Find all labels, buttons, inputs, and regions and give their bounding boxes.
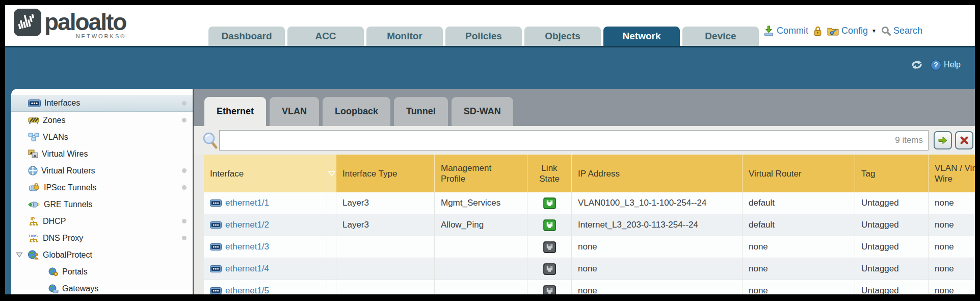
sidebar-item-label: GlobalProtect [43,250,92,260]
sidebar-item-vlans[interactable]: VLANs [11,129,193,145]
interface-link[interactable]: ethernet1/5 [225,286,269,294]
expander-triangle-icon[interactable] [16,252,23,258]
sidebar-item-portals[interactable]: Portals [11,263,193,280]
globalprotect-icon [28,250,39,260]
zones-icon [28,116,39,124]
interface-cell: ethernet1/4 [204,258,327,280]
sidebar-item-label: Portals [62,267,88,277]
item-dot [182,219,187,223]
sidebar-item-zones[interactable]: Zones [11,112,193,129]
red-x-icon [960,136,969,145]
link-state-cell [527,258,572,280]
green-arrow-icon [938,136,948,145]
sidebar-item-dns-proxy[interactable]: DNS DNS Proxy [11,230,193,246]
interface-type-cell: Layer3 [336,192,435,214]
sidebar-item-virtual-wires[interactable]: Virtual Wires [11,145,193,162]
gateways-icon [48,284,59,293]
interface-link[interactable]: ethernet1/1 [225,198,269,208]
interface-link[interactable]: ethernet1/3 [225,242,269,252]
sidebar-item-globalprotect[interactable]: GlobalProtect [11,246,193,263]
column-header-link-state[interactable]: Link State [527,155,572,192]
column-sort-dropdown[interactable] [327,155,336,192]
teal-status-band: ? Help [5,46,975,89]
column-header-ip-address[interactable]: IP Address [572,155,743,192]
search-button[interactable]: Search [881,26,922,36]
column-header-interface-type[interactable]: Interface Type [336,155,435,192]
management-profile-cell: Allow_Ping [435,214,527,236]
ip-address-cell: none [572,258,743,280]
ethernet-port-icon [210,221,222,229]
tab-ethernet[interactable]: Ethernet [204,97,266,126]
help-icon[interactable]: ? [931,60,941,70]
column-header-tag[interactable]: Tag [855,155,929,192]
table-header-row: Interface Interface Type Management Prof… [204,155,975,192]
logo-text-wrap: paloalto NETWORKS® [44,9,126,39]
management-profile-cell: Mgmt_Services [435,192,527,214]
interface-type-cell [336,236,435,258]
tab-sdwan[interactable]: SD-WAN [452,97,513,126]
vlan-wire-cell: none [929,236,975,258]
vlan-wire-cell: none [929,280,975,294]
tab-acc[interactable]: ACC [287,27,364,46]
refresh-icon[interactable] [910,59,924,71]
commit-button[interactable]: Commit [763,26,808,36]
tab-dashboard[interactable]: Dashboard [208,27,285,46]
apply-filter-button[interactable] [934,131,952,149]
spacer-cell [327,214,336,236]
interface-link[interactable]: ethernet1/2 [225,220,269,230]
interface-cell: ethernet1/2 [204,214,327,236]
sidebar-item-label: Virtual Routers [41,166,95,175]
sidebar-item-label: VLANs [43,133,68,142]
help-label[interactable]: Help [944,60,961,69]
tab-vlan[interactable]: VLAN [270,97,319,126]
sidebar-item-gre-tunnels[interactable]: GRE Tunnels [11,196,193,213]
link-state-up-icon [543,219,556,231]
item-dot [182,118,187,122]
clear-filter-button[interactable] [955,131,973,149]
utility-bar: Commit Config ▼ [763,22,922,39]
tab-loopback[interactable]: Loopback [323,97,390,126]
link-state-cell [527,236,572,258]
tab-network[interactable]: Network [603,27,680,46]
table-row: ethernet1/1 Layer3 Mgmt_Services VLAN010… [204,192,975,214]
sidebar-item-label: IPSec Tunnels [44,183,96,192]
virtual-router-cell: none [743,236,855,258]
sidebar-item-dhcp[interactable]: IP DHCP [11,213,193,230]
virtual-router-cell: default [743,214,855,236]
spacer-cell [327,192,336,214]
lock-icon [813,26,823,36]
commit-icon [763,26,774,36]
interface-type-tabs: Ethernet VLAN Loopback Tunnel SD-WAN [204,97,513,126]
sidebar-item-interfaces[interactable]: Interfaces [11,95,193,112]
link-state-down-icon [543,263,556,275]
sidebar-item-virtual-routers[interactable]: Virtual Routers [11,162,193,179]
table-row: ethernet1/3 none none Untagged [204,236,975,258]
sidebar-item-gateways[interactable]: Gateways [11,280,193,294]
svg-text:DNS: DNS [29,234,38,238]
virtual-wires-icon [28,149,38,158]
ip-address-cell: none [572,280,743,294]
interface-type-cell: Layer3 [336,214,435,236]
logo-text: paloalto [44,9,126,35]
config-label: Config [841,26,868,36]
waveform-icon [14,9,41,36]
interfaces-icon [28,99,41,107]
tab-monitor[interactable]: Monitor [366,27,443,46]
tab-device[interactable]: Device [682,27,759,46]
column-header-management-profile[interactable]: Management Profile [435,155,527,192]
ip-address-cell: VLAN0100_L3_10-1-100-254--24 [572,192,743,214]
filter-input[interactable] [220,131,895,150]
ethernet-port-icon [210,287,222,294]
tab-tunnel[interactable]: Tunnel [394,97,448,126]
column-header-vlan-virtual-wire[interactable]: VLAN / Virtual Wire [929,155,975,192]
column-header-interface[interactable]: Interface [204,155,327,192]
tab-policies[interactable]: Policies [445,27,522,46]
sidebar-item-ipsec-tunnels[interactable]: IPSec Tunnels [11,179,193,196]
config-button[interactable]: Config ▼ [827,26,877,36]
paloalto-logo-icon [14,9,41,36]
interface-link[interactable]: ethernet1/4 [225,264,269,274]
search-label: Search [893,26,922,36]
column-header-virtual-router[interactable]: Virtual Router [743,155,855,192]
lock-button[interactable] [813,26,823,36]
tab-objects[interactable]: Objects [524,27,601,46]
